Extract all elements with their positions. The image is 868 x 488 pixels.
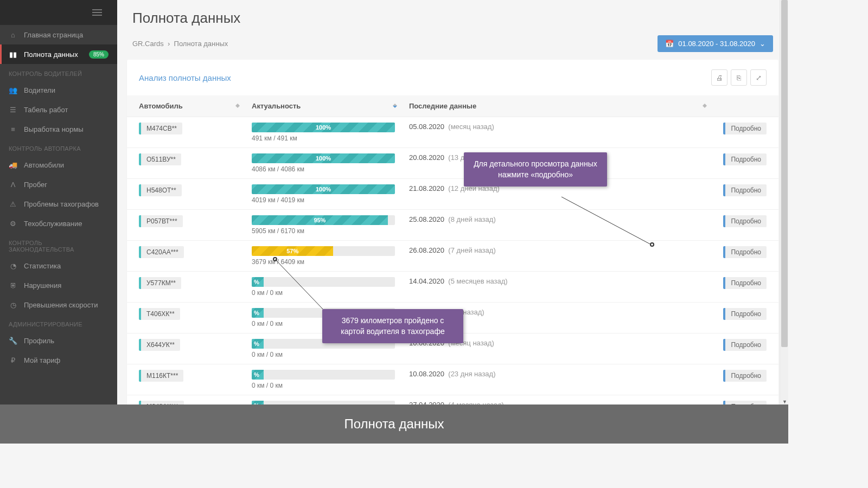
last-data-cell: 14.04.2020 (5 месяцев назад) [404,272,713,303]
warning-icon: ⚠ [9,200,17,208]
vehicle-tag[interactable]: С420АА*** [139,246,184,258]
progress-bar: 100% [252,123,395,132]
details-button[interactable]: Подробно [723,246,767,258]
excel-icon: ⎘ [737,74,741,82]
progress-track: 100% [252,184,395,194]
details-button[interactable]: Подробно [723,153,767,165]
gear-icon: ⚙ [9,219,17,228]
sidebar-item-label: Нарушения [24,281,61,290]
road-icon: Λ [9,180,17,189]
details-button[interactable]: Подробно [723,277,767,289]
details-button[interactable]: Подробно [723,308,767,320]
sidebar-item-violations[interactable]: ⛨Нарушения [0,275,117,295]
sidebar-item-stats[interactable]: ◔Статистика [0,256,117,275]
km-text: 491 км / 491 км [252,134,395,142]
sidebar-item-home[interactable]: ⌂ Главная страница [0,25,117,44]
calendar-icon: 📅 [665,40,674,48]
sidebar-item-norms[interactable]: ≡Выработка нормы [0,119,117,139]
sidebar-item-label: Проблемы тахографов [24,200,99,208]
main-content: Полнота данных GR.Cards › Полнота данных… [117,0,788,444]
panel-header: Анализ полноты данных 🖨 ⎘ ⤢ [127,60,778,95]
progress-bar: 95% [252,215,388,225]
sidebar-item-completeness[interactable]: ▮▮ Полнота данных 85% [0,44,117,64]
pie-icon: ◔ [9,261,17,270]
table-row: О511ВУ** 100% 4086 км / 4086 км 20.08.20… [127,148,778,179]
sidebar-item-label: Водители [24,86,55,94]
progress-bar: 57% [252,246,333,256]
sidebar-section-drivers: КОНТРОЛЬ ВОДИТЕЛЕЙ [0,64,117,80]
panel-actions: 🖨 ⎘ ⤢ [711,69,767,86]
km-text: 0 км / 0 км [252,351,395,358]
progress-bar: 100% [252,153,395,163]
sidebar-item-tachograph-issues[interactable]: ⚠Проблемы тахографов [0,194,117,214]
progress-track: 57% [252,246,395,256]
details-button[interactable]: Подробно [723,123,767,134]
scroll-down-icon: ▼ [782,399,787,403]
progress-bar: % [252,339,264,349]
date-range-picker[interactable]: 📅 01.08.2020 - 31.08.2020 ⌄ [658,35,773,52]
col-last[interactable]: Последние данные [404,95,713,117]
details-button[interactable]: Подробно [723,215,767,227]
breadcrumb-current: Полнота данных [174,40,228,48]
sidebar-item-timesheet[interactable]: ☰Табель работ [0,100,117,119]
sidebar-item-cars[interactable]: 🚚Автомобили [0,155,117,175]
last-data-cell: 10.08.2020 (23 дня назад) [404,364,713,395]
details-button[interactable]: Подробно [723,370,767,382]
breadcrumb-root[interactable]: GR.Cards [132,40,164,48]
ruble-icon: ₽ [9,356,17,364]
details-button[interactable]: Подробно [723,184,767,196]
sidebar-item-label: Профиль [24,337,54,345]
col-relevance[interactable]: Актуальность [246,95,404,117]
completeness-badge: 85% [89,50,108,59]
progress-track: 100% [252,153,395,163]
progress-track: 100% [252,123,395,132]
footer-caption: Полнота данных [0,404,788,444]
vehicle-tag[interactable]: М116КТ*** [139,370,183,382]
progress-wrap: 100% 4086 км / 4086 км [252,153,395,173]
sidebar-item-mileage[interactable]: ΛПробег [0,175,117,194]
sidebar-toggle-row [0,0,117,25]
export-button[interactable]: ⎘ [731,69,747,86]
sidebar-item-speed[interactable]: ◷Превышения скорости [0,295,117,314]
expand-button[interactable]: ⤢ [750,69,767,86]
vehicle-tag[interactable]: Н548ОТ** [139,184,182,196]
vehicle-tag[interactable]: Р057ВТ*** [139,215,183,227]
tooltip-km: 3679 километров пройдено с картой водите… [322,309,463,343]
vehicle-tag[interactable]: М474СВ** [139,123,182,134]
last-data-cell: 05.08.2020 (месяц назад) [404,117,713,148]
chevron-down-icon: ⌄ [760,40,765,48]
sidebar-item-drivers[interactable]: 👥Водители [0,80,117,100]
gauge-icon: ◷ [9,300,17,309]
vertical-scrollbar[interactable]: ▲ ▼ [780,0,788,404]
bars-icon: ≡ [9,125,17,133]
sidebar-item-maintenance[interactable]: ⚙Техобслуживание [0,214,117,233]
progress-wrap: 100% 491 км / 491 км [252,123,395,142]
hamburger-icon[interactable] [92,9,102,16]
sidebar-item-profile[interactable]: 🔧Профиль [0,331,117,350]
sidebar-item-label: Полнота данных [24,50,78,59]
sidebar-item-label: Превышения скорости [24,301,98,309]
col-vehicle[interactable]: Автомобиль [127,95,246,117]
progress-bar: % [252,370,264,380]
date-range-text: 01.08.2020 - 31.08.2020 [678,40,755,48]
vehicle-tag[interactable]: Т406ХК** [139,308,180,320]
details-button[interactable]: Подробно [723,339,767,351]
print-button[interactable]: 🖨 [711,69,727,86]
page-title: Полнота данных [132,10,773,27]
sidebar-item-label: Выработка нормы [24,125,84,133]
last-data-cell: 25.08.2020 (8 дней назад) [404,210,713,241]
svg-line-0 [561,197,651,245]
vehicle-tag[interactable]: О511ВУ** [139,153,181,165]
sidebar-item-label: Мой тариф [24,356,60,364]
panel: Анализ полноты данных 🖨 ⎘ ⤢ Автомобиль А… [127,60,778,426]
sidebar-item-label: Автомобили [24,161,64,169]
sidebar-section-fleet: КОНТРОЛЬ АВТОПАРКА [0,139,117,155]
scrollbar-thumb[interactable] [781,0,788,347]
vehicle-tag[interactable]: У577КМ** [139,277,181,289]
svg-line-1 [275,259,323,309]
sidebar-section-law: КОНТРОЛЬ ЗАКОНОДАТЕЛЬСТВА [0,233,117,256]
list-icon: ☰ [9,105,17,114]
sidebar-item-tariff[interactable]: ₽Мой тариф [0,350,117,370]
km-text: 4019 км / 4019 км [252,196,395,204]
vehicle-tag[interactable]: Х644УК** [139,339,180,351]
